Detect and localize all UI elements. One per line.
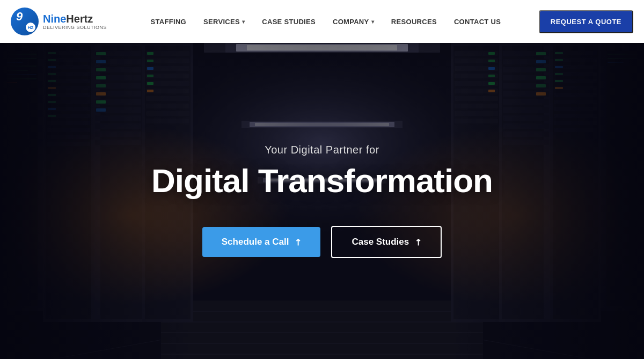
nav-case-studies[interactable]: CASE STUDIES <box>254 13 323 30</box>
logo-number: 9 <box>16 11 23 23</box>
nav-staffing[interactable]: STAFFING <box>143 13 194 30</box>
hero-buttons: Schedule a Call ↗ Case Studies ↗ <box>151 226 493 258</box>
brand-nine: Nine <box>43 13 66 25</box>
logo-icon: 9 HZ <box>11 8 39 35</box>
case-studies-arrow-icon: ↗ <box>412 236 424 248</box>
brand-tagline: DELIVERING SOLUTIONS <box>43 25 107 30</box>
logo-area[interactable]: 9 HZ NineHertz DELIVERING SOLUTIONS <box>11 8 118 35</box>
logo-text: NineHertz DELIVERING SOLUTIONS <box>43 13 107 30</box>
nav-services[interactable]: SERVICES ▾ <box>196 13 252 30</box>
nav-links: STAFFING SERVICES ▾ CASE STUDIES COMPANY… <box>118 13 533 30</box>
hero-subtitle: Your Digital Partner for <box>151 144 493 156</box>
nav-contact-us[interactable]: CONTACT US <box>447 13 508 30</box>
request-quote-button[interactable]: REQUEST A QUOTE <box>539 10 633 33</box>
hero-title: Digital Transformation <box>151 163 493 199</box>
company-chevron-icon: ▾ <box>371 19 374 25</box>
hero-content: Your Digital Partner for Digital Transfo… <box>141 144 503 258</box>
services-chevron-icon: ▾ <box>242 19 245 25</box>
nav-company[interactable]: COMPANY ▾ <box>325 13 382 30</box>
schedule-call-arrow-icon: ↗ <box>292 236 304 248</box>
navbar: 9 HZ NineHertz DELIVERING SOLUTIONS STAF… <box>0 0 644 43</box>
brand-hertz: Hertz <box>66 13 93 25</box>
schedule-call-button[interactable]: Schedule a Call ↗ <box>202 227 321 257</box>
nav-resources[interactable]: RESOURCES <box>384 13 444 30</box>
brand-name: NineHertz <box>43 13 107 25</box>
logo-hz-badge: HZ <box>26 23 35 32</box>
hero-section: Your Digital Partner for Digital Transfo… <box>0 0 644 359</box>
case-studies-button[interactable]: Case Studies ↗ <box>331 226 442 258</box>
